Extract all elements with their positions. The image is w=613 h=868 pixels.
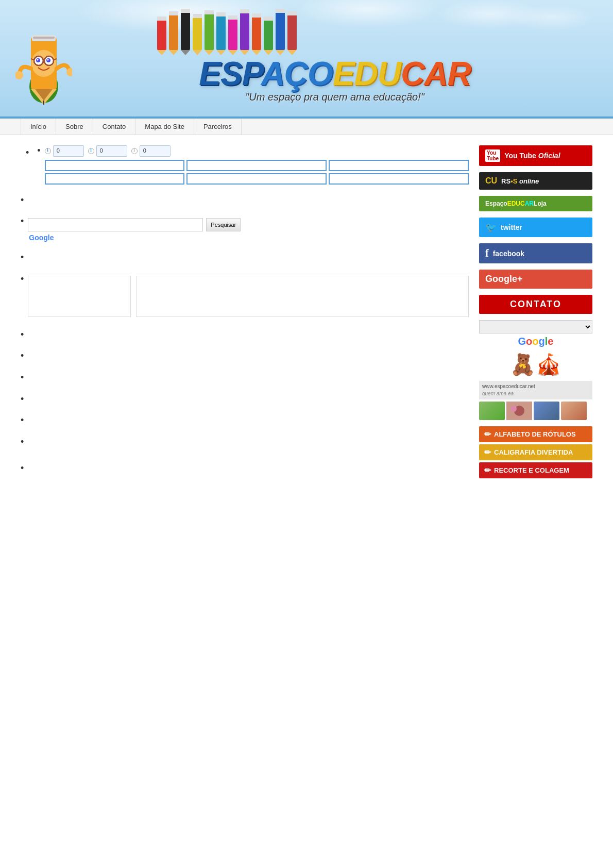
section-2: • [21, 195, 469, 206]
svg-point-13 [37, 59, 39, 61]
recorte-button[interactable]: ✏ RECORTE E COLAGEM [479, 462, 592, 478]
share-input-2[interactable] [186, 160, 327, 171]
sidebar: YouTube You Tube Oficial CU RS•S online … [479, 145, 592, 485]
shop-button[interactable]: EspaçoEDUCARLoja [479, 196, 592, 211]
svg-rect-35 [205, 10, 214, 14]
twitter-label: twitter [501, 223, 522, 231]
bullet-2: • [21, 195, 24, 206]
two-col-container [28, 274, 469, 319]
share-send: ℹ 0 [131, 145, 171, 157]
contato-widget: CONTATO [479, 295, 592, 314]
svg-rect-53 [276, 9, 285, 13]
section-7: • [21, 350, 469, 362]
section-8-content [28, 372, 469, 383]
bullet-3: • [21, 216, 24, 242]
nav-mapa[interactable]: Mapa do Site [135, 119, 194, 135]
svg-rect-41 [228, 15, 237, 20]
thumb-4 [561, 402, 587, 420]
url-subtext: quem ama ea [482, 390, 589, 397]
googleplus-widget: Google+ [479, 270, 592, 289]
google-logo-text: Google [29, 233, 469, 242]
section-two-col: • [21, 274, 469, 319]
share-grid [45, 160, 469, 185]
svg-rect-50 [264, 16, 273, 21]
section-11-content [28, 437, 469, 448]
title-zone: ESPAÇOEDUCAR "Um espaço pra quem ama edu… [72, 14, 598, 103]
svg-rect-56 [287, 11, 297, 15]
caligrafia-button[interactable]: ✏ CALIGRAFIA DIVERTIDA [479, 444, 592, 460]
youtube-widget: YouTube You Tube Oficial [479, 145, 592, 166]
section-share: • ℹ 0 ℹ 0 [21, 145, 469, 185]
googleplus-button[interactable]: Google+ [479, 270, 592, 289]
svg-marker-52 [276, 50, 285, 55]
section-9: • [21, 394, 469, 405]
main-layout: • ℹ 0 ℹ 0 [0, 135, 613, 495]
svg-rect-26 [169, 11, 178, 15]
info-icon-3: ℹ [131, 148, 138, 154]
section-8: • [21, 372, 469, 383]
youtube-icon: YouTube [485, 149, 500, 162]
youtube-button[interactable]: YouTube You Tube Oficial [479, 145, 592, 166]
svg-rect-30 [193, 16, 202, 50]
svg-rect-38 [216, 12, 226, 16]
google-search-container: Pesquisar Google [28, 216, 469, 242]
sidebar-search-select[interactable] [479, 320, 592, 333]
bullet-10: • [21, 415, 24, 426]
svg-rect-48 [264, 19, 273, 50]
search-input[interactable] [28, 218, 203, 231]
info-icon-1: ℹ [45, 148, 51, 154]
nav-inicio[interactable]: Início [21, 119, 56, 135]
courses-widget: CU RS•S online [479, 172, 592, 190]
section-6-content [28, 329, 469, 341]
sidebar-thumbnails [479, 402, 592, 420]
bullet-5: • [21, 274, 24, 319]
nav-contato[interactable]: Contato [93, 119, 136, 135]
share-input-1[interactable] [45, 160, 185, 171]
mascot-pencil [15, 7, 72, 110]
share-like: ℹ 0 [45, 145, 84, 157]
share-input-5[interactable] [186, 173, 327, 185]
thumb-1 [479, 402, 505, 420]
svg-marker-25 [169, 50, 178, 55]
thumb-3 [534, 402, 559, 420]
shop-label: EspaçoEDUCARLoja [485, 200, 547, 207]
bullet-7: • [21, 350, 24, 362]
svg-rect-44 [240, 9, 249, 13]
facebook-button[interactable]: f facebook [479, 243, 592, 263]
svg-marker-31 [193, 50, 202, 55]
bullet-4: • [21, 252, 24, 263]
share-input-6[interactable] [329, 173, 469, 185]
twitter-button[interactable]: 🐦 twitter [479, 218, 592, 237]
recorte-label: RECORTE E COLAGEM [494, 466, 569, 474]
svg-rect-51 [276, 11, 285, 50]
share-input-4[interactable] [45, 173, 185, 185]
url-text: www.espacoeducar.net [482, 383, 589, 390]
sidebar-google-logo: Google [479, 336, 592, 347]
alfabeto-button[interactable]: ✏ ALFABETO DE RÓTULOS [479, 426, 592, 442]
pencil-icon-recorte: ✏ [484, 465, 491, 475]
content-area: • ℹ 0 ℹ 0 [21, 145, 469, 485]
alfabeto-label: ALFABETO DE RÓTULOS [494, 430, 576, 438]
navbar: Início Sobre Contato Mapa do Site Parcei… [0, 119, 613, 135]
col-left [28, 276, 131, 317]
svg-rect-45 [252, 16, 261, 50]
svg-rect-24 [169, 14, 178, 50]
section-6: • [21, 329, 469, 341]
section-7-content [28, 350, 469, 362]
courses-button[interactable]: CU RS•S online [479, 172, 592, 190]
svg-marker-49 [264, 50, 273, 55]
bullet-12: • [21, 463, 24, 474]
contato-label: CONTATO [510, 299, 561, 310]
google-search-row: Pesquisar [28, 218, 469, 231]
share-input-3[interactable] [329, 160, 469, 171]
nav-sobre[interactable]: Sobre [56, 119, 93, 135]
nav-parceiros[interactable]: Parceiros [194, 119, 242, 135]
bullet-1: • [37, 145, 40, 157]
contato-button[interactable]: CONTATO [479, 295, 592, 314]
search-button[interactable]: Pesquisar [206, 218, 241, 231]
svg-marker-22 [157, 50, 166, 55]
share-row-top: ℹ 0 ℹ 0 ℹ 0 [45, 145, 469, 157]
shop-widget: EspaçoEDUCARLoja [479, 196, 592, 211]
svg-point-19 [15, 71, 23, 79]
section-4: • [21, 252, 469, 263]
